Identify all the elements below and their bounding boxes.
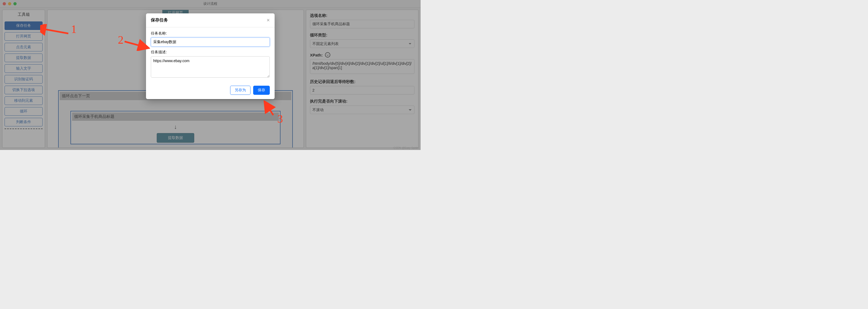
save-button[interactable]: 保存 bbox=[253, 86, 270, 95]
task-name-input[interactable] bbox=[151, 37, 270, 46]
task-desc-textarea[interactable] bbox=[151, 56, 270, 78]
save-as-button[interactable]: 另存为 bbox=[230, 86, 250, 95]
close-icon[interactable]: × bbox=[267, 17, 270, 23]
modal-title: 保存任务 bbox=[151, 18, 168, 23]
task-desc-label: 任务描述: bbox=[151, 50, 270, 55]
task-name-label: 任务名称: bbox=[151, 31, 270, 36]
save-task-modal: 保存任务 × 任务名称: 任务描述: 另存为 保存 bbox=[146, 13, 275, 99]
